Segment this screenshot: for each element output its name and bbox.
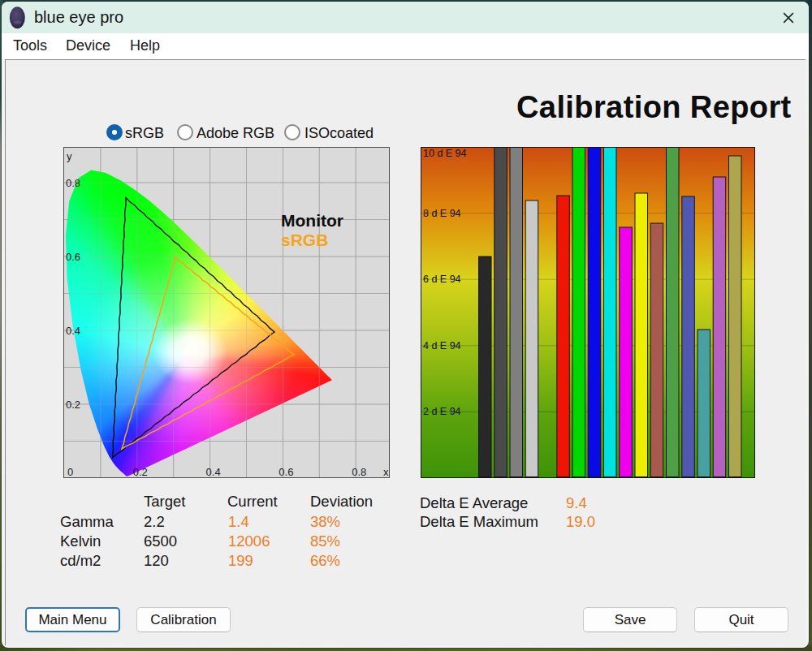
svg-text:0.4: 0.4 [66,325,80,337]
svg-text:sRGB: sRGB [281,231,328,249]
svg-text:0.4: 0.4 [206,466,221,478]
svg-text:0.6: 0.6 [279,466,293,478]
svg-text:2 d E 94: 2 d E 94 [423,406,461,417]
svg-text:10 d E 94: 10 d E 94 [423,148,467,159]
svg-text:x: x [383,466,389,478]
svg-text:Monitor: Monitor [281,211,343,230]
svg-text:0.6: 0.6 [66,251,80,263]
svg-text:0.2: 0.2 [133,466,148,478]
svg-text:0.8: 0.8 [66,177,80,189]
svg-text:0: 0 [67,466,73,478]
svg-text:8 d E 94: 8 d E 94 [423,208,461,219]
svg-text:y: y [67,150,72,162]
svg-text:4 d E 94: 4 d E 94 [423,340,461,351]
svg-text:6 d E 94: 6 d E 94 [423,274,461,285]
svg-text:0.2: 0.2 [66,399,80,411]
svg-text:0.8: 0.8 [352,466,366,478]
